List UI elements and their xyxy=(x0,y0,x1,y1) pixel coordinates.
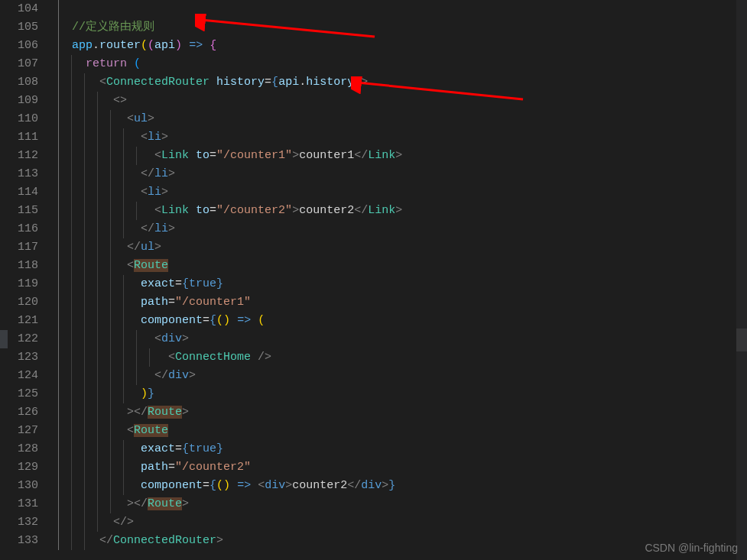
jsx-tag: Route xyxy=(148,406,182,419)
keyword: true xyxy=(189,442,216,455)
code-line[interactable]: </ul> xyxy=(58,238,747,257)
line-number: 131 xyxy=(6,495,38,513)
line-number: 130 xyxy=(6,477,38,495)
line-number: 117 xyxy=(6,238,38,257)
jsx-tag: ConnectedRouter xyxy=(113,534,216,547)
minimap-slider[interactable] xyxy=(736,329,747,351)
line-number: 114 xyxy=(6,183,38,202)
identifier: api xyxy=(278,76,299,89)
jsx-attr: component xyxy=(141,314,203,327)
jsx-attr: component xyxy=(141,479,203,492)
line-number: 125 xyxy=(6,385,38,403)
code-line[interactable]: <ConnectHome /> xyxy=(58,348,747,367)
code-line[interactable]: <ConnectedRouter history={api.history}> xyxy=(58,73,747,92)
jsx-tag: Link xyxy=(368,149,395,162)
code-line[interactable]: ></Route> xyxy=(58,495,747,513)
identifier: app xyxy=(72,39,93,52)
text: counter1 xyxy=(299,149,354,162)
line-number: 128 xyxy=(6,440,38,458)
code-line[interactable]: <Link to="/counter2">counter2</Link> xyxy=(58,202,747,220)
jsx-attr: exact xyxy=(141,442,175,455)
code-line[interactable]: <> xyxy=(58,92,747,110)
jsx-attr: exact xyxy=(141,277,175,290)
html-tag: li xyxy=(148,186,161,199)
line-number: 109 xyxy=(6,92,38,110)
line-number: 110 xyxy=(6,110,38,128)
code-line[interactable]: ></Route> xyxy=(58,403,747,422)
line-number: 121 xyxy=(6,312,38,330)
code-line[interactable]: app.router((api) => { xyxy=(58,37,747,55)
keyword: true xyxy=(189,277,216,290)
jsx-tag: ConnectedRouter xyxy=(106,76,209,89)
code-line[interactable]: <Route xyxy=(58,257,747,275)
watermark: CSDN @lin-fighting xyxy=(645,542,738,554)
code-line[interactable]: </div> xyxy=(58,367,747,385)
html-tag: div xyxy=(361,479,382,492)
minimap-scrollbar[interactable] xyxy=(736,0,747,560)
line-number: 105 xyxy=(6,18,38,37)
param: api xyxy=(154,39,175,52)
code-line[interactable]: <li> xyxy=(58,128,747,147)
line-number: 124 xyxy=(6,367,38,385)
line-number: 120 xyxy=(6,293,38,312)
code-line[interactable]: <Route xyxy=(58,422,747,440)
line-number: 127 xyxy=(6,422,38,440)
line-number: 132 xyxy=(6,513,38,532)
code-line[interactable]: </ConnectedRouter> xyxy=(58,532,747,550)
string: "/counter1" xyxy=(175,296,251,309)
line-number: 119 xyxy=(6,275,38,293)
code-line[interactable]: //定义路由规则 xyxy=(58,18,747,37)
jsx-attr: to xyxy=(196,149,209,162)
keyword: return xyxy=(86,57,127,70)
code-line[interactable]: </> xyxy=(58,513,747,532)
line-number: 104 xyxy=(6,0,38,18)
code-line[interactable]: exact={true} xyxy=(58,440,747,458)
code-line[interactable]: <ul> xyxy=(58,110,747,128)
code-line[interactable]: <Link to="/counter1">counter1</Link> xyxy=(58,147,747,165)
html-tag: div xyxy=(168,369,189,382)
code-line[interactable] xyxy=(58,0,747,18)
code-line[interactable]: exact={true} xyxy=(58,275,747,293)
html-tag: li xyxy=(148,131,161,144)
line-number-gutter: 104 105 106 107 108 109 110 111 112 113 … xyxy=(0,0,52,560)
jsx-tag: Link xyxy=(161,204,189,217)
jsx-tag: Route xyxy=(134,424,168,437)
text: counter2 xyxy=(299,204,354,217)
jsx-attr: path xyxy=(141,296,168,309)
jsx-attr: to xyxy=(196,204,209,217)
html-tag: ul xyxy=(141,241,154,254)
code-line[interactable]: component={() => ( xyxy=(58,312,747,330)
line-number: 107 xyxy=(6,55,38,73)
line-number: 133 xyxy=(6,532,38,550)
code-line[interactable]: return ( xyxy=(58,55,747,73)
line-number: 113 xyxy=(6,165,38,183)
html-tag: div xyxy=(161,332,182,345)
line-number: 122 xyxy=(6,330,38,348)
jsx-tag: ConnectHome xyxy=(175,351,251,364)
code-line[interactable]: </li> xyxy=(58,220,747,238)
line-number: 129 xyxy=(6,458,38,477)
code-line[interactable]: <div> xyxy=(58,330,747,348)
string: "/counter2" xyxy=(175,461,251,474)
line-number: 106 xyxy=(6,37,38,55)
html-tag: li xyxy=(154,167,168,180)
code-line[interactable]: </li> xyxy=(58,165,747,183)
line-number: 118 xyxy=(6,257,38,275)
html-tag: div xyxy=(265,479,285,492)
code-line[interactable]: )} xyxy=(58,385,747,403)
comment: //定义路由规则 xyxy=(72,21,154,34)
jsx-tag: Link xyxy=(161,149,189,162)
jsx-attr: path xyxy=(141,461,168,474)
string: "/counter1" xyxy=(216,149,292,162)
code-line[interactable]: path="/counter2" xyxy=(58,458,747,477)
code-line[interactable]: <li> xyxy=(58,183,747,202)
line-number: 126 xyxy=(6,403,38,422)
line-number: 115 xyxy=(6,202,38,220)
html-tag: ul xyxy=(134,112,148,125)
code-editor: 104 105 106 107 108 109 110 111 112 113 … xyxy=(0,0,747,560)
code-line[interactable]: component={() => <div>counter2</div>} xyxy=(58,477,747,495)
line-number: 108 xyxy=(6,73,38,92)
code-content[interactable]: //定义路由规则 app.router((api) => { return ( … xyxy=(52,0,747,560)
line-number: 111 xyxy=(6,128,38,147)
code-line[interactable]: path="/counter1" xyxy=(58,293,747,312)
